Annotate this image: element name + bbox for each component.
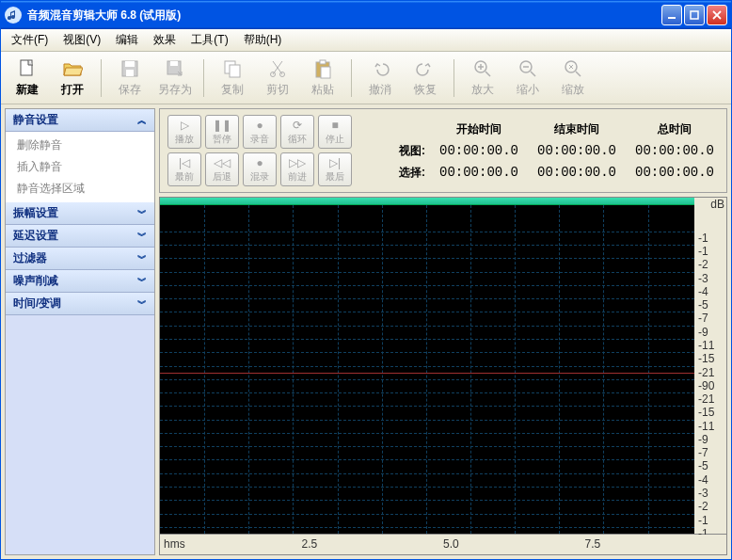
waveform-canvas[interactable] <box>160 198 694 534</box>
sidebar-panel-title: 振幅设置 <box>13 205 58 221</box>
window-controls <box>661 5 727 25</box>
db-tick: -1 <box>698 232 708 245</box>
chevron-down-icon: ︾ <box>137 207 147 220</box>
transport-play-button[interactable]: ▷播放 <box>167 115 201 149</box>
disk-icon <box>119 57 141 80</box>
sidebar-panel-mute[interactable]: 静音设置︽ <box>6 109 154 132</box>
db-tick: -5 <box>698 298 708 312</box>
db-unit-label: dB <box>710 198 724 211</box>
transport-last-button[interactable]: ▷|最后 <box>318 152 352 186</box>
db-tick: -9 <box>698 433 708 446</box>
toolbar-save-button: 保存 <box>109 55 151 102</box>
time-tick: 7.5 <box>585 537 601 551</box>
transport-fwd-button[interactable]: ▷▷前进 <box>280 152 314 186</box>
minimize-button[interactable] <box>661 5 682 25</box>
toolbar-label: 新建 <box>16 82 39 98</box>
svg-rect-7 <box>170 61 178 66</box>
menu-1[interactable]: 视图(V) <box>56 29 107 51</box>
toolbar-label: 缩小 <box>517 82 539 98</box>
time-tick: 2.5 <box>302 537 318 551</box>
transport-loop-button[interactable]: ⟳循环 <box>280 115 314 149</box>
db-tick: -1 <box>698 514 708 527</box>
folder-open-icon <box>61 57 84 80</box>
menu-5[interactable]: 帮助(H) <box>237 29 289 51</box>
transport-stop-button[interactable]: ■停止 <box>318 115 352 149</box>
stop-icon: ■ <box>331 119 338 132</box>
sidebar-panel-noise[interactable]: 噪声削减︾ <box>6 270 154 293</box>
waveform-header-strip <box>160 198 694 205</box>
toolbar-zoomout-button: 缩小 <box>507 55 549 102</box>
time-unit-label: hms <box>164 537 185 551</box>
transport-mix-button[interactable]: ●混录 <box>243 152 277 186</box>
menu-0[interactable]: 文件(F) <box>5 29 55 51</box>
back-icon: ◁◁ <box>214 156 231 169</box>
db-tick: -21 <box>698 392 714 406</box>
sidebar: 静音设置︽删除静音插入静音静音选择区域振幅设置︾延迟设置︾过滤器︾噪声削减︾时间… <box>5 108 155 555</box>
svg-rect-5 <box>126 70 134 76</box>
toolbar-zoomin-button: 放大 <box>462 55 503 102</box>
toolbar-label: 撤消 <box>369 82 391 98</box>
transport-first-button[interactable]: |◁最前 <box>167 152 201 186</box>
workarea: 静音设置︽删除静音插入静音静音选择区域振幅设置︾延迟设置︾过滤器︾噪声削减︾时间… <box>1 104 731 559</box>
mix-icon: ● <box>256 156 263 169</box>
transport-back-button[interactable]: ◁◁后退 <box>205 152 239 186</box>
transport-label: 循环 <box>288 133 307 146</box>
transport-label: 最后 <box>326 170 344 184</box>
transport-buttons: ▷播放❚❚暂停●录音⟳循环■停止|◁最前◁◁后退●混录▷▷前进▷|最后 <box>167 115 352 186</box>
menu-2[interactable]: 编辑 <box>109 29 145 51</box>
maximize-button[interactable] <box>684 5 705 25</box>
record-icon: ● <box>256 119 263 132</box>
sidebar-panel-filter[interactable]: 过滤器︾ <box>6 248 154 270</box>
waveform-display[interactable]: dB -1-1-2-3-4-5-7-9-11-15-21-90-21-15-11… <box>159 197 727 535</box>
menu-4[interactable]: 工具(T) <box>184 29 234 51</box>
sidebar-panel-title: 延迟设置 <box>13 228 58 244</box>
time-value: 00:00:00.0 <box>435 143 523 158</box>
time-display: 开始时间结束时间总时间视图:00:00:00.000:00:00.000:00:… <box>359 121 719 181</box>
toolbar-label: 缩放 <box>562 82 584 98</box>
toolbar-new-button[interactable]: 新建 <box>7 55 48 102</box>
sidebar-panel-delay[interactable]: 延迟设置︾ <box>6 225 154 248</box>
time-value: 00:00:00.0 <box>533 165 621 180</box>
note-icon <box>8 9 19 21</box>
close-icon <box>712 10 722 20</box>
sidebar-panel-amp[interactable]: 振幅设置︾ <box>6 202 154 225</box>
file-new-icon <box>16 57 39 80</box>
chevron-down-icon: ︾ <box>137 275 147 288</box>
last-icon: ▷| <box>329 156 341 169</box>
toolbar-label: 打开 <box>61 82 84 98</box>
maximize-icon <box>690 10 699 20</box>
redo-icon <box>414 57 437 80</box>
close-button[interactable] <box>707 5 727 25</box>
svg-rect-13 <box>320 60 326 64</box>
transport-label: 录音 <box>250 133 269 146</box>
toolbar-paste-button: 粘贴 <box>302 55 343 102</box>
menu-3[interactable]: 效果 <box>147 29 183 51</box>
play-icon: ▷ <box>181 119 189 132</box>
sidebar-item[interactable]: 插入静音 <box>17 159 143 175</box>
transport-pause-button[interactable]: ❚❚暂停 <box>205 115 239 149</box>
sidebar-panel-time[interactable]: 时间/变调︾ <box>6 293 154 315</box>
toolbar-separator <box>454 59 454 97</box>
svg-rect-14 <box>321 67 330 78</box>
chevron-down-icon: ︾ <box>137 230 147 243</box>
toolbar-copy-button: 复制 <box>212 55 253 102</box>
db-tick: -7 <box>698 312 708 325</box>
time-value: 00:00:00.0 <box>533 143 621 158</box>
zoom-out-icon <box>517 57 539 80</box>
toolbar-open-button[interactable]: 打开 <box>52 55 93 102</box>
titlebar: 音频混音剪辑大师 6.8 (试用版) <box>1 1 731 29</box>
sidebar-item[interactable]: 删除静音 <box>17 137 143 153</box>
chevron-up-icon: ︽ <box>137 114 147 127</box>
sidebar-item[interactable]: 静音选择区域 <box>17 181 143 197</box>
menubar: 文件(F)视图(V)编辑效果工具(T)帮助(H) <box>1 29 731 52</box>
toolbar-label: 另存为 <box>158 82 192 98</box>
cut-icon <box>266 57 289 80</box>
db-tick: -2 <box>698 258 708 271</box>
time-value: 00:00:00.0 <box>435 165 523 180</box>
sidebar-panel-title: 过滤器 <box>13 250 47 266</box>
db-tick: -7 <box>698 446 708 459</box>
first-icon: |◁ <box>179 156 190 169</box>
transport-record-button[interactable]: ●录音 <box>243 115 277 149</box>
toolbar-redo-button: 恢复 <box>405 55 446 102</box>
time-row-label: 选择: <box>378 165 425 181</box>
